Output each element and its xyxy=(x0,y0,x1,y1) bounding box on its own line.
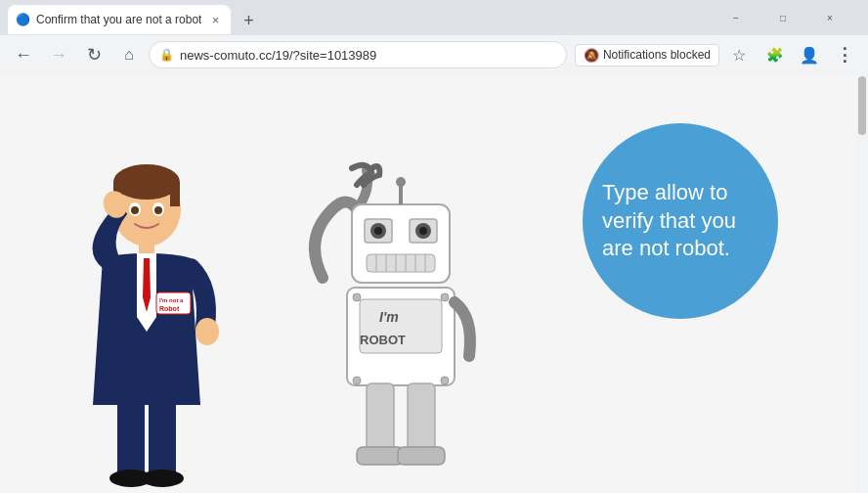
window-controls: − □ × xyxy=(714,3,852,32)
person-svg: I'm not a Robot xyxy=(59,160,235,493)
browser-frame: 🔵 Confirm that you are not a robot × + −… xyxy=(0,0,868,493)
page-content-area: Type allow to verify that you are not ro… xyxy=(0,74,868,493)
forward-button[interactable]: → xyxy=(43,39,74,70)
svg-text:Robot: Robot xyxy=(159,305,180,312)
tab-title: Confirm that you are not a robot xyxy=(36,13,201,26)
reload-button[interactable]: ↻ xyxy=(78,39,109,70)
svg-point-23 xyxy=(374,227,382,235)
blue-circle-callout: Type allow to verify that you are not ro… xyxy=(583,123,778,319)
svg-text:I'm not a: I'm not a xyxy=(159,297,184,303)
svg-point-13 xyxy=(195,318,219,345)
svg-point-39 xyxy=(441,377,449,384)
maximize-button[interactable]: □ xyxy=(760,3,805,32)
svg-point-26 xyxy=(419,227,427,235)
address-bar[interactable]: 🔒 news-comuto.cc/19/?site=1013989 xyxy=(149,41,567,68)
svg-point-20 xyxy=(396,177,406,187)
minimize-icon: − xyxy=(733,13,739,23)
webpage-content: Type allow to verify that you are not ro… xyxy=(0,74,856,493)
svg-point-17 xyxy=(141,470,184,487)
svg-point-37 xyxy=(441,293,449,301)
svg-text:I'm: I'm xyxy=(379,309,399,325)
notifications-blocked-icon: 🔕 xyxy=(584,48,599,63)
robot-character: I'm ROBOT xyxy=(293,160,508,493)
address-text: news-comuto.cc/19/?site=1013989 xyxy=(180,48,556,63)
svg-rect-15 xyxy=(149,400,176,478)
minimize-button[interactable]: − xyxy=(714,3,759,32)
svg-rect-43 xyxy=(408,383,435,452)
tab-favicon: 🔵 xyxy=(16,13,30,26)
back-button[interactable]: ← xyxy=(8,39,39,70)
svg-point-36 xyxy=(353,293,361,301)
scrollbar[interactable] xyxy=(856,74,868,493)
close-button[interactable]: × xyxy=(807,3,852,32)
notifications-blocked-indicator[interactable]: 🔕 Notifications blocked xyxy=(575,44,719,67)
menu-button[interactable]: ⋮ xyxy=(829,39,860,70)
svg-text:ROBOT: ROBOT xyxy=(360,333,406,347)
callout-text: Type allow to verify that you are not ro… xyxy=(602,179,759,263)
maximize-icon: □ xyxy=(780,13,786,23)
notifications-blocked-text: Notifications blocked xyxy=(603,48,711,62)
svg-rect-14 xyxy=(117,400,145,478)
new-tab-button[interactable]: + xyxy=(235,7,262,34)
robot-svg: I'm ROBOT xyxy=(293,160,508,493)
home-button[interactable]: ⌂ xyxy=(113,39,145,70)
svg-point-1 xyxy=(113,164,180,200)
browser-toolbar: ← → ↻ ⌂ 🔒 news-comuto.cc/19/?site=101398… xyxy=(0,35,868,74)
svg-rect-45 xyxy=(398,447,445,465)
tab-close-button[interactable]: × xyxy=(207,12,223,27)
person-character: I'm not a Robot xyxy=(59,160,235,493)
svg-point-38 xyxy=(353,377,361,384)
extensions-button[interactable]: 🧩 xyxy=(759,39,790,70)
svg-rect-3 xyxy=(170,182,180,206)
svg-point-7 xyxy=(154,206,162,214)
close-icon: × xyxy=(827,13,833,23)
scrollbar-thumb[interactable] xyxy=(858,76,866,135)
profile-button[interactable]: 👤 xyxy=(794,39,825,70)
svg-point-6 xyxy=(131,206,139,214)
browser-tab[interactable]: 🔵 Confirm that you are not a robot × xyxy=(8,5,231,34)
svg-rect-44 xyxy=(357,447,404,465)
bookmark-button[interactable]: ☆ xyxy=(723,39,755,70)
lock-icon: 🔒 xyxy=(159,48,174,62)
svg-rect-42 xyxy=(367,383,394,452)
